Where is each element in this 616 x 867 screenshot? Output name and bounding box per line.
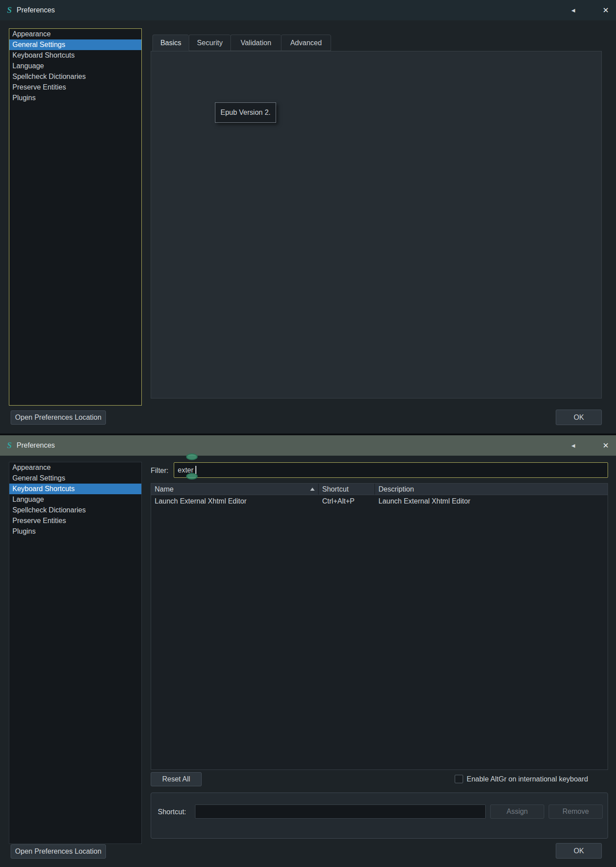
sidebar-item-preserve-entities[interactable]: Preserve Entities	[9, 516, 141, 526]
shortcut-input[interactable]	[195, 805, 486, 819]
open-preferences-location-button[interactable]: Open Preferences Location	[11, 410, 106, 425]
settings-tab-bar: Basics Security Validation Advanced	[152, 35, 331, 51]
sort-ascending-icon	[310, 488, 315, 491]
tab-validation[interactable]: Validation	[230, 35, 281, 51]
text-caret	[195, 466, 196, 474]
sidebar-item-language[interactable]: Language	[9, 61, 141, 71]
collapse-arrow-icon[interactable]: ◀	[571, 8, 575, 13]
window-title: Preferences	[17, 441, 55, 449]
table-row[interactable]: Launch External Xhtml Editor Ctrl+Alt+P …	[151, 495, 608, 507]
click-indicator	[186, 453, 198, 460]
sigil-logo-icon: S	[7, 5, 12, 15]
remove-button[interactable]: Remove	[549, 805, 603, 819]
cell-name: Launch External Xhtml Editor	[151, 495, 319, 507]
sidebar-item-spellcheck-dictionaries[interactable]: Spellcheck Dictionaries	[9, 505, 141, 516]
cell-shortcut: Ctrl+Alt+P	[319, 495, 375, 507]
click-indicator	[186, 473, 198, 480]
shortcut-label: Shortcut:	[158, 808, 186, 816]
settings-category-list: Appearance General Settings Keyboard Sho…	[9, 28, 142, 406]
column-header-description[interactable]: Description	[375, 484, 608, 495]
preferences-window-shortcuts: S Preferences ◀ ✕ Appearance General Set…	[0, 435, 616, 867]
sidebar-item-spellcheck-dictionaries[interactable]: Spellcheck Dictionaries	[9, 71, 141, 82]
tab-basics[interactable]: Basics	[152, 35, 189, 51]
altgr-checkbox[interactable]	[455, 775, 463, 783]
sidebar-item-plugins[interactable]: Plugins	[9, 93, 141, 103]
desktop: S Preferences ◀ ✕ Appearance General Set…	[0, 0, 616, 867]
titlebar[interactable]: S Preferences ◀ ✕	[0, 435, 616, 456]
shortcuts-table-header: Name Shortcut Description	[151, 483, 608, 495]
cell-description: Launch External Xhtml Editor	[375, 495, 608, 507]
assign-button[interactable]: Assign	[490, 805, 544, 819]
epub-version-tooltip: Epub Version 2.	[215, 102, 276, 123]
reset-all-button[interactable]: Reset All	[151, 772, 202, 786]
column-header-shortcut[interactable]: Shortcut	[319, 484, 375, 495]
titlebar[interactable]: S Preferences ◀ ✕	[0, 0, 616, 20]
sidebar-item-general-settings[interactable]: General Settings	[9, 39, 141, 50]
tab-security[interactable]: Security	[189, 35, 230, 51]
filter-input[interactable]	[174, 462, 608, 478]
sidebar-item-preserve-entities[interactable]: Preserve Entities	[9, 82, 141, 93]
tab-advanced[interactable]: Advanced	[281, 35, 331, 51]
close-icon[interactable]: ✕	[603, 441, 609, 450]
sigil-logo-icon: S	[7, 441, 12, 450]
sidebar-item-appearance[interactable]: Appearance	[9, 29, 141, 39]
sidebar-item-language[interactable]: Language	[9, 494, 141, 505]
sidebar-item-keyboard-shortcuts[interactable]: Keyboard Shortcuts	[9, 50, 141, 61]
ok-button[interactable]: OK	[556, 410, 602, 425]
preferences-window-general: S Preferences ◀ ✕ Appearance General Set…	[0, 0, 616, 434]
settings-category-list: Appearance General Settings Keyboard Sho…	[9, 462, 142, 844]
sidebar-item-general-settings[interactable]: General Settings	[9, 473, 141, 484]
altgr-checkbox-label[interactable]: Enable AltGr on international keyboard	[467, 775, 588, 784]
window-title: Preferences	[17, 6, 55, 14]
sidebar-item-plugins[interactable]: Plugins	[9, 526, 141, 537]
filter-label: Filter:	[151, 466, 168, 475]
ok-button[interactable]: OK	[556, 843, 602, 859]
column-header-name[interactable]: Name	[151, 484, 319, 495]
shortcuts-table-body: Launch External Xhtml Editor Ctrl+Alt+P …	[151, 495, 608, 770]
collapse-arrow-icon[interactable]: ◀	[571, 443, 575, 449]
sidebar-item-appearance[interactable]: Appearance	[9, 462, 141, 473]
open-preferences-location-button[interactable]: Open Preferences Location	[11, 844, 106, 859]
sidebar-item-keyboard-shortcuts[interactable]: Keyboard Shortcuts	[9, 484, 141, 494]
close-icon[interactable]: ✕	[603, 6, 609, 15]
